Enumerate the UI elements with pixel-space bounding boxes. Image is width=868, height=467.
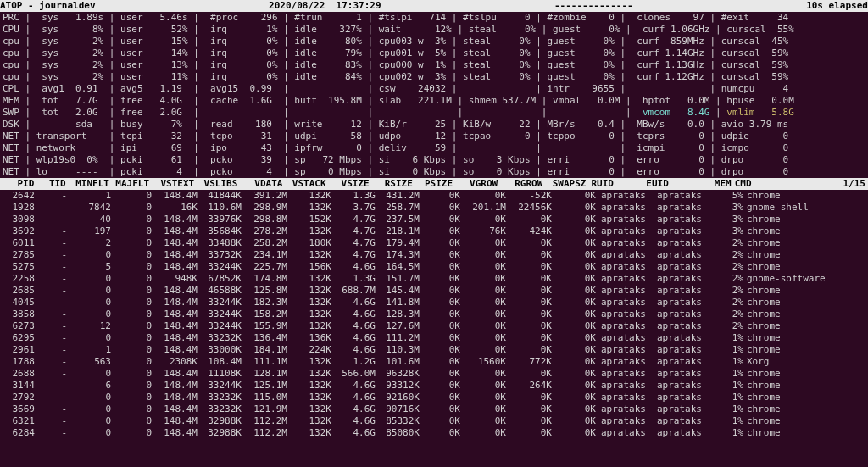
col-rgrow[interactable]: RGROW [498, 178, 542, 190]
cell-vsz: 4.6G [331, 415, 376, 427]
col-minflt[interactable]: MINFLT [66, 178, 109, 190]
table-row[interactable]: 4045-00148.4M33244K182.3M132K4.6G141.8M0… [3, 297, 865, 309]
cell-vsz: 4.7G [331, 249, 376, 261]
cell-tid: - [35, 368, 67, 380]
table-row[interactable]: 3858-00148.4M33244K158.2M132K4.6G128.3M0… [3, 309, 865, 320]
cell-tid: - [35, 320, 67, 332]
cell-swap: 0K [552, 403, 596, 415]
cell-tid: - [35, 380, 67, 392]
cell-tid: - [35, 309, 67, 320]
cell-mem: 2% [713, 237, 743, 249]
cell-tid: - [35, 273, 67, 285]
cell-rsz: 96328K [376, 368, 420, 380]
cell-mem: 1% [713, 403, 743, 415]
col-pid[interactable]: PID [3, 178, 34, 190]
cell-swap: 0K [552, 273, 596, 285]
table-row[interactable]: 5275-50148.4M33244K225.7M156K4.6G164.5M0… [3, 261, 865, 273]
cell-majf: 0 [111, 202, 152, 214]
cell-vdata: 155.9M [242, 320, 287, 332]
table-row[interactable]: 6011-20148.4M33488K258.2M180K4.7G179.4M0… [3, 237, 865, 249]
table-row[interactable]: 2785-00148.4M33732K234.1M132K4.7G174.3M0… [3, 249, 865, 261]
table-row[interactable]: 2688-00148.4M11108K128.1M132K566.0M96328… [3, 368, 865, 380]
cell-vstx: 148.4M [152, 190, 198, 202]
col-mem[interactable]: MEM [701, 178, 731, 190]
table-row[interactable]: 1928-7842016K110.6M298.9M132K3.7G258.7M0… [3, 202, 865, 214]
cell-vstx: 148.4M [152, 237, 198, 249]
table-row[interactable]: 2685-00148.4M46588K125.8M132K688.7M145.4… [3, 285, 865, 297]
cell-rgrow: 0K [506, 415, 552, 427]
header-timestamp: 2020/08/22 17:37:29 [269, 0, 381, 12]
col-swapsz[interactable]: SWAPSZ [542, 178, 586, 190]
table-row[interactable]: 2961-10148.4M33000K184.1M224K4.6G110.3M0… [3, 344, 865, 356]
table-row[interactable]: 6321-00148.4M32988K112.2M132K4.6G85332K0… [3, 415, 865, 427]
cell-tid: - [35, 285, 67, 297]
table-row[interactable]: 3692-1970148.4M35684K278.2M132K4.7G218.1… [3, 225, 865, 237]
cell-euid: aprataks [657, 392, 713, 403]
cell-cmd: chrome [743, 214, 857, 225]
cell-rsz: 164.5M [376, 261, 420, 273]
col-rsize[interactable]: RSIZE [370, 178, 413, 190]
cell-mem: 1% [713, 332, 743, 344]
col-majflt[interactable]: MAJFLT [109, 178, 149, 190]
table-row[interactable]: 2642-10148.4M41844K391.2M132K1.3G431.2M0… [3, 190, 865, 202]
col-vstext[interactable]: VSTEXT [149, 178, 194, 190]
col-cmd[interactable]: CMD [732, 178, 843, 190]
col-ruid[interactable]: RUID [586, 178, 646, 190]
cell-euid: aprataks [657, 297, 713, 309]
process-list[interactable]: 2642-10148.4M41844K391.2M132K1.3G431.2M0… [0, 190, 868, 439]
cell-vstx: 148.4M [152, 380, 198, 392]
col-vdata[interactable]: VDATA [237, 178, 282, 190]
cell-euid: aprataks [657, 261, 713, 273]
cell-vstack: 132K [287, 403, 331, 415]
cell-vgrow: 201.1M [460, 202, 506, 214]
table-row[interactable]: 3144-60148.4M33244K125.1M132K4.6G93312K0… [3, 380, 865, 392]
cell-vdata: 158.2M [242, 309, 287, 320]
cell-mem: 3% [713, 214, 743, 225]
cell-mem: 2% [713, 273, 743, 285]
cell-rgrow: 0K [506, 309, 552, 320]
cell-tid: - [35, 214, 67, 225]
col-vslibs[interactable]: VSLIBS [194, 178, 237, 190]
cell-vstack: 132K [287, 309, 331, 320]
cell-euid: aprataks [657, 214, 713, 225]
cell-rsz: 90716K [376, 403, 420, 415]
sys-line: cpu | sys 2% | user 11% | irq 0% | idle … [3, 71, 865, 83]
cell-vgrow: 0K [460, 332, 506, 344]
cell-vslib: 32988K [198, 415, 242, 427]
table-row[interactable]: 3098-400148.4M33976K298.8M152K4.7G237.5M… [3, 214, 865, 225]
cell-minf: 563 [67, 356, 111, 368]
col-vgrow[interactable]: VGROW [453, 178, 498, 190]
cell-swap: 0K [552, 415, 596, 427]
cell-cmd: chrome [743, 309, 857, 320]
col-vsize[interactable]: VSIZE [326, 178, 370, 190]
col-tid[interactable]: TID [34, 178, 65, 190]
sys-line: PRC | sys 1.89s | user 5.46s | #proc 296… [3, 12, 865, 24]
col-psize[interactable]: PSIZE [413, 178, 453, 190]
table-row[interactable]: 6284-00148.4M32988K112.2M132K4.6G85080K0… [3, 427, 865, 439]
col-euid[interactable]: EUID [646, 178, 701, 190]
cell-mem: 1% [713, 380, 743, 392]
table-row[interactable]: 6295-00148.4M33232K136.4M136K4.6G111.2M0… [3, 332, 865, 344]
cell-swap: 0K [552, 368, 596, 380]
cell-vslib: 33732K [198, 249, 242, 261]
cell-minf: 0 [67, 392, 111, 403]
cell-vdata: 391.2M [242, 190, 287, 202]
cell-vstack: 132K [287, 273, 331, 285]
cell-rgrow: 772K [506, 356, 552, 368]
col-vstack[interactable]: VSTACK [282, 178, 326, 190]
cell-vsz: 1.3G [331, 273, 376, 285]
table-row[interactable]: 2258-00948K67852K174.8M132K1.3G151.7M0K0… [3, 273, 865, 285]
cell-tid: - [35, 249, 67, 261]
table-row[interactable]: 6273-120148.4M33244K155.9M132K4.6G127.6M… [3, 320, 865, 332]
page-indicator: 1/15 [843, 178, 866, 190]
cell-euid: aprataks [657, 190, 713, 202]
cell-vsz: 4.6G [331, 380, 376, 392]
table-row[interactable]: 1788-56302308K108.4M111.1M132K1.2G101.6M… [3, 356, 865, 368]
table-row[interactable]: 2792-00148.4M33232K115.0M132K4.6G92160K0… [3, 392, 865, 403]
cell-minf: 0 [67, 415, 111, 427]
cell-tid: - [35, 261, 67, 273]
cell-majf: 0 [111, 190, 152, 202]
cell-vstx: 148.4M [152, 261, 198, 273]
cell-ruid: aprataks [596, 249, 657, 261]
table-row[interactable]: 3669-00148.4M33232K121.9M132K4.6G90716K0… [3, 403, 865, 415]
